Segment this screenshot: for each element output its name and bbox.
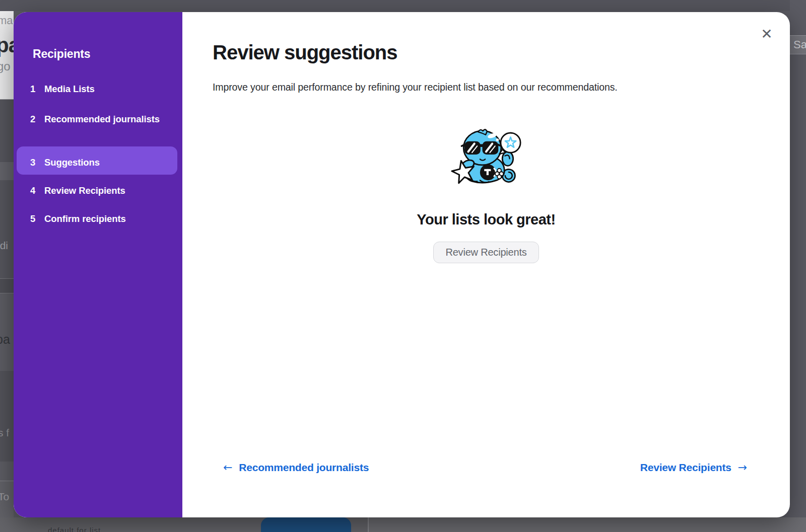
close-icon[interactable]: ✕ bbox=[758, 25, 776, 43]
step-label: Suggestions bbox=[44, 155, 171, 170]
background-text-fragment: edi bbox=[0, 240, 8, 252]
next-link-label: Review Recipients bbox=[640, 462, 731, 474]
background-bottom-panel bbox=[368, 517, 806, 532]
button-row: Review Recipients bbox=[182, 242, 790, 263]
step-number: 2 bbox=[30, 111, 44, 127]
background-text-fragment: To bbox=[0, 491, 9, 503]
step-suggestions-active[interactable]: 3 Suggestions bbox=[30, 155, 171, 170]
step-label: Media Lists bbox=[44, 81, 171, 97]
step-number: 5 bbox=[30, 211, 44, 226]
back-link-label: Recommended journalists bbox=[239, 462, 369, 474]
step-number: 4 bbox=[30, 183, 44, 198]
background-text-fragment: default for list bbox=[48, 526, 101, 532]
background-top-bar bbox=[0, 0, 806, 11]
modal-subtitle: Improve your email performance by refini… bbox=[213, 82, 618, 93]
right-arrow-icon: → bbox=[738, 461, 747, 474]
modal-footer: ← Recommended journalists Review Recipie… bbox=[223, 461, 747, 474]
step-label: Confirm recipients bbox=[44, 211, 171, 226]
background-section-band bbox=[0, 278, 14, 293]
step-number: 1 bbox=[30, 81, 44, 97]
review-recipients-button[interactable]: Review Recipients bbox=[433, 242, 539, 263]
background-left-strip: ma pa go edi pa s f To bbox=[0, 11, 14, 517]
back-link-recommended-journalists[interactable]: ← Recommended journalists bbox=[223, 461, 369, 474]
background-text-fragment: s f bbox=[0, 427, 9, 439]
background-section-band bbox=[0, 180, 14, 278]
next-link-review-recipients[interactable]: Review Recipients → bbox=[640, 461, 747, 474]
background-text-fragment: pa bbox=[0, 33, 14, 57]
step-label: Review Recipients bbox=[44, 183, 171, 198]
octopus-mascot-illustration bbox=[182, 128, 790, 189]
background-text-fragment: go bbox=[0, 59, 11, 73]
background-section-band bbox=[0, 162, 14, 180]
modal-title: Review suggestions bbox=[213, 41, 397, 64]
left-arrow-icon: ← bbox=[223, 461, 232, 474]
step-number: 3 bbox=[30, 155, 44, 170]
screen: ma pa go edi pa s f To Sa default for li… bbox=[0, 0, 806, 532]
modal-main-content: ✕ Review suggestions Improve your email … bbox=[182, 12, 790, 517]
step-label: Recommended journalists bbox=[44, 111, 171, 127]
background-text-fragment: pa bbox=[0, 332, 10, 347]
empty-state-heading: Your lists look great! bbox=[182, 211, 790, 228]
step-recommended-journalists[interactable]: 2 Recommended journalists bbox=[30, 111, 171, 127]
background-section-band bbox=[0, 462, 14, 481]
background-right-strip: Sa bbox=[790, 0, 806, 532]
wizard-steps-sidebar: Recipients 1 Media Lists 2 Recommended j… bbox=[14, 12, 182, 517]
background-section-band bbox=[0, 371, 14, 462]
step-review-recipients[interactable]: 4 Review Recipients bbox=[30, 183, 171, 198]
background-section-band bbox=[0, 99, 14, 162]
sidebar-title: Recipients bbox=[33, 47, 90, 61]
background-primary-button-fragment bbox=[261, 517, 351, 532]
background-text-fragment: ma bbox=[0, 14, 13, 27]
background-save-button-fragment: Sa bbox=[790, 35, 806, 54]
step-confirm-recipients[interactable]: 5 Confirm recipients bbox=[30, 211, 171, 226]
step-media-lists[interactable]: 1 Media Lists bbox=[30, 81, 171, 97]
background-bottom-strip: default for list bbox=[0, 517, 806, 532]
review-suggestions-modal: Recipients 1 Media Lists 2 Recommended j… bbox=[14, 12, 790, 517]
